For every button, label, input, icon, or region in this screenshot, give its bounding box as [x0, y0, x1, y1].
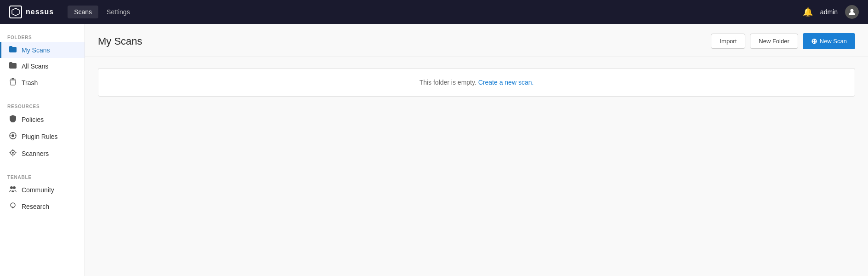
plus-icon: ⊕ [811, 37, 817, 46]
sidebar-item-community-label: Community [22, 186, 54, 194]
sidebar-item-scanners[interactable]: Scanners [0, 145, 85, 162]
notifications-bell-icon[interactable]: 🔔 [803, 7, 813, 17]
my-scans-folder-icon [9, 46, 17, 54]
nav-scans[interactable]: Scans [68, 6, 98, 18]
svg-point-8 [13, 186, 16, 189]
content-area: This folder is empty. Create a new scan. [85, 57, 868, 276]
folders-section-label: FOLDERS [0, 31, 85, 42]
svg-point-7 [10, 186, 13, 189]
logo-text: nessus [26, 8, 54, 16]
sidebar-item-policies-label: Policies [22, 116, 44, 123]
header-actions: Import New Folder ⊕ New Scan [711, 33, 855, 49]
svg-marker-0 [12, 8, 19, 16]
svg-point-1 [851, 9, 854, 12]
topnav-links: Scans Settings [68, 6, 803, 18]
new-folder-button[interactable]: New Folder [750, 34, 798, 49]
sidebar-item-plugin-rules[interactable]: Plugin Rules [0, 128, 85, 145]
topnav-right: 🔔 admin [803, 5, 859, 19]
create-new-scan-link[interactable]: Create a new scan. [478, 79, 534, 86]
sidebar-item-research[interactable]: Research [0, 198, 85, 215]
sidebar-item-policies[interactable]: Policies [0, 111, 85, 128]
new-scan-button[interactable]: ⊕ New Scan [803, 33, 855, 49]
sidebar-item-plugin-rules-label: Plugin Rules [22, 133, 58, 140]
empty-folder-text: This folder is empty. [420, 79, 477, 86]
empty-folder-notice: This folder is empty. Create a new scan. [98, 68, 855, 97]
import-button[interactable]: Import [711, 34, 745, 49]
logo: nessus [9, 6, 54, 18]
policies-shield-icon [9, 115, 17, 124]
user-name-label: admin [820, 8, 838, 16]
top-navigation: nessus Scans Settings 🔔 admin [0, 0, 868, 24]
svg-point-6 [12, 152, 14, 154]
nav-settings[interactable]: Settings [100, 6, 136, 18]
sidebar-item-all-scans-label: All Scans [22, 63, 48, 70]
research-icon [9, 202, 17, 211]
scanners-icon [9, 149, 17, 158]
sidebar-item-my-scans[interactable]: My Scans [0, 42, 85, 58]
logo-icon [9, 6, 22, 18]
page-header: My Scans Import New Folder ⊕ New Scan [85, 24, 868, 57]
trash-icon [9, 78, 17, 87]
all-scans-folder-icon [9, 62, 17, 70]
sidebar-item-community[interactable]: Community [0, 182, 85, 198]
user-avatar[interactable] [845, 5, 859, 19]
sidebar-item-scanners-label: Scanners [22, 150, 49, 157]
plugin-rules-icon [9, 132, 17, 141]
svg-point-4 [11, 134, 14, 137]
sidebar-item-my-scans-label: My Scans [22, 46, 50, 54]
page-title: My Scans [98, 35, 142, 47]
sidebar-item-research-label: Research [22, 203, 49, 210]
sidebar-item-all-scans[interactable]: All Scans [0, 58, 85, 74]
sidebar-item-trash[interactable]: Trash [0, 74, 85, 91]
new-scan-label: New Scan [820, 38, 847, 45]
sidebar: FOLDERS My Scans All Scans Trash RESOURC… [0, 24, 85, 276]
app-layout: FOLDERS My Scans All Scans Trash RESOURC… [0, 24, 868, 276]
resources-section-label: RESOURCES [0, 100, 85, 111]
sidebar-item-trash-label: Trash [22, 79, 38, 86]
community-icon [9, 186, 17, 194]
svg-rect-2 [12, 78, 14, 79]
tenable-section-label: TENABLE [0, 171, 85, 182]
main-content: My Scans Import New Folder ⊕ New Scan Th… [85, 24, 868, 276]
